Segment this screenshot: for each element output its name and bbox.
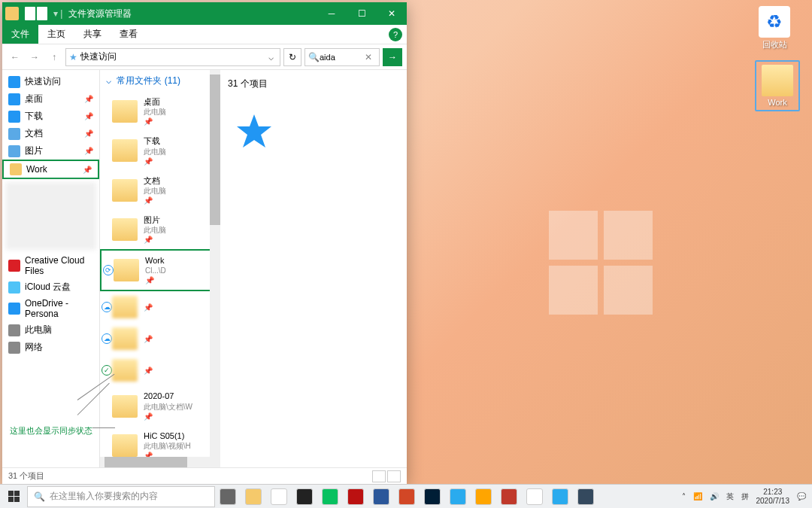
desktop-recycle-bin[interactable]: 回收站 [752,6,797,50]
back-button[interactable]: ← [7,49,23,65]
taskbar-app-word[interactable] [368,485,394,509]
search-input[interactable] [320,53,365,62]
desktop-icon [8,93,20,105]
sidebar-this-pc[interactable]: 此电脑 [2,321,99,339]
main-content-pane[interactable]: 31 个项目 [220,70,407,467]
taskbar-app-explorer[interactable] [241,485,266,509]
sidebar-work[interactable]: Work 📌 [2,160,99,179]
taskbar-app-star[interactable] [471,485,496,509]
taskbar-app-photoshop[interactable] [420,485,445,509]
pin-icon: 📌 [144,303,153,312]
address-bar[interactable]: ★ 快速访问 ⌵ [65,48,280,66]
folder-item[interactable]: ⟳WorkCl...\D📌 [100,249,220,291]
navigation-pane[interactable]: 快速访问 桌面 📌 下载 📌 文档 📌 图片 📌 [2,70,100,467]
folder-item[interactable]: 2020-07此电脑\文档\W📌 [100,386,220,425]
help-button[interactable]: ? [389,28,402,41]
view-details-button[interactable] [372,470,386,482]
taskbar-app-telegram[interactable] [445,485,471,509]
start-button[interactable] [0,485,27,509]
sidebar-desktop[interactable]: 桌面 📌 [2,90,99,108]
folder-icon [112,434,138,457]
document-icon [8,128,20,140]
pc-icon [8,324,20,336]
sidebar-icloud[interactable]: iCloud 云盘 [2,278,99,296]
menu-file[interactable]: 文件 [2,25,38,44]
sidebar-creative-cloud[interactable]: Creative Cloud Files [2,253,99,278]
wechat-icon [322,488,338,505]
icloud-icon [8,281,20,294]
pin-icon: 📌 [144,235,166,245]
sidebar-network[interactable]: 网络 [2,339,99,356]
powerpoint-icon [398,488,415,505]
system-tray[interactable]: ˄ 📶 🔊 英 拼 21:23 2020/7/13 💬 [676,488,813,506]
minimize-button[interactable]: ─ [317,2,347,25]
folder-item[interactable]: 桌面此电脑📌 [100,92,220,131]
folder-location: Cl...\D [145,266,166,275]
folder-item[interactable]: ✓📌 [100,354,220,386]
folder-item[interactable]: 图片此电脑📌 [100,210,220,249]
address-dropdown[interactable]: ⌵ [265,52,277,62]
sidebar-documents[interactable]: 文档 📌 [2,125,99,142]
sidebar-pictures[interactable]: 图片 📌 [2,142,99,160]
taskbar-search[interactable]: 🔍 在这里输入你要搜索的内容 [27,486,215,507]
sidebar-quick-access[interactable]: 快速访问 [2,73,99,90]
pin-icon: 📌 [84,112,93,120]
sidebar-onedrive[interactable]: OneDrive - Persona [2,296,99,321]
taskbar-app-text[interactable] [522,485,547,509]
folder-group-header[interactable]: ⌵ 常用文件夹 (11) [100,70,220,92]
folder-item[interactable]: 下载此电脑📌 [100,131,220,170]
view-icons-button[interactable] [387,470,401,482]
menu-share[interactable]: 共享 [74,28,111,41]
taskbar-app-store[interactable] [292,485,317,509]
folder-item[interactable]: ☁📌 [100,323,220,354]
text-icon [526,488,543,505]
tray-notifications-icon[interactable]: 💬 [797,492,806,500]
folder-location: 此电脑 [144,147,166,157]
star-icon: ★ [69,52,77,62]
forward-button[interactable]: → [26,49,43,65]
taskbar-app-castle[interactable] [573,485,598,509]
pin-icon: 📌 [144,412,192,421]
taskbar-app-wechat[interactable] [317,485,343,509]
tray-ime[interactable]: 英 [726,491,734,502]
task-view-icon [220,488,236,505]
menu-view[interactable]: 查看 [111,28,147,41]
folder-item[interactable]: 文档此电脑📌 [100,171,220,210]
desktop-work-folder[interactable]: Work [755,60,800,111]
chrome-icon [271,488,287,505]
content-area: 快速访问 桌面 📌 下载 📌 文档 📌 图片 📌 [2,70,407,467]
refresh-button[interactable]: ↻ [283,48,301,66]
clear-search-icon[interactable]: ✕ [365,52,372,62]
vertical-scrollbar[interactable] [210,70,220,467]
network-icon [8,342,20,354]
taskbar-app-adobe[interactable] [343,485,368,509]
taskbar-app-powerpoint[interactable] [394,485,420,509]
onedrive-icon [8,303,20,315]
maximize-button[interactable]: ☐ [347,2,377,25]
folder-list-pane[interactable]: ⌵ 常用文件夹 (11) 桌面此电脑📌下载此电脑📌文档此电脑📌图片此电脑📌⟳Wo… [100,70,220,467]
star-icon [475,488,492,505]
titlebar[interactable]: ▾ | 文件资源管理器 ─ ☐ ✕ [2,2,407,25]
taskbar-app-chrome[interactable] [266,485,292,509]
tray-ime2[interactable]: 拼 [741,491,749,502]
folder-icon [112,327,138,350]
tray-clock[interactable]: 21:23 2020/7/13 [756,488,790,506]
taskbar-app-spiral[interactable] [547,485,573,509]
search-go-button[interactable]: → [383,48,402,66]
up-button[interactable]: ↑ [46,49,62,65]
folder-name: Work [145,255,166,266]
tray-chevron-up-icon[interactable]: ˄ [682,492,686,500]
taskbar-app-app1[interactable] [496,485,522,509]
sidebar-downloads[interactable]: 下载 📌 [2,108,99,125]
tray-volume-icon[interactable]: 🔊 [710,492,719,500]
quick-access-toolbar [25,7,47,20]
folder-item[interactable]: ☁📌 [100,291,220,323]
taskbar-app-task-view[interactable] [215,485,241,509]
horizontal-scrollbar[interactable] [100,457,210,467]
star-icon [8,76,20,88]
tray-wifi-icon[interactable]: 📶 [693,492,702,500]
folder-icon [112,100,138,123]
search-box[interactable]: 🔍 ✕ [304,48,380,66]
menu-home[interactable]: 主页 [38,28,74,41]
close-button[interactable]: ✕ [377,2,407,25]
